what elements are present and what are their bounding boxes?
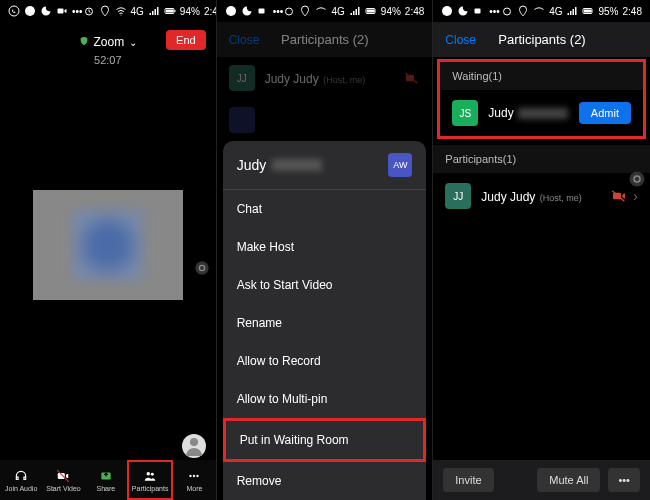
svg-rect-24 xyxy=(406,75,414,82)
svg-rect-30 xyxy=(584,10,592,13)
end-button[interactable]: End xyxy=(166,30,206,50)
more-button[interactable]: ••• xyxy=(608,468,640,492)
panel-header: Close Participants (2) xyxy=(217,22,433,57)
wifi-icon xyxy=(533,5,545,17)
nav-join-audio[interactable]: Join Audio xyxy=(0,460,42,500)
menu-make-host[interactable]: Make Host xyxy=(223,228,427,266)
headphones-icon xyxy=(14,469,28,483)
network-label: 4G xyxy=(131,6,144,17)
camera-switch-icon[interactable] xyxy=(194,260,210,276)
svg-point-16 xyxy=(190,474,192,476)
waiting-row[interactable]: JS Judy Admit xyxy=(440,90,643,136)
waiting-name: Judy xyxy=(488,106,513,120)
svg-point-15 xyxy=(151,472,154,475)
meeting-timer: 52:07 xyxy=(0,54,216,66)
svg-point-17 xyxy=(193,474,195,476)
menu-allow-record[interactable]: Allow to Record xyxy=(223,342,427,380)
screen-participant-menu: ••• 4G 94% 2:48 Close Participants (2) J… xyxy=(217,0,434,500)
location-icon xyxy=(299,5,311,17)
participant-row[interactable]: JJ Judy Judy (Host, me) xyxy=(217,57,433,99)
meeting-title[interactable]: Zoom xyxy=(93,35,124,49)
svg-point-10 xyxy=(190,438,198,446)
menu-ask-video[interactable]: Ask to Start Video xyxy=(223,266,427,304)
svg-rect-20 xyxy=(258,9,264,14)
participant-role: (Host, me) xyxy=(323,75,365,85)
nav-label: Join Audio xyxy=(5,485,37,492)
nav-share[interactable]: Share xyxy=(85,460,127,500)
battery-pct: 94% xyxy=(381,6,401,17)
invite-button[interactable]: Invite xyxy=(443,468,493,492)
svg-point-0 xyxy=(9,6,19,16)
participant-row[interactable]: JJ Judy Judy (Host, me) › xyxy=(433,173,650,219)
screen-meeting-main: ••• 4G 94% 2:47 Zoom ⌄ 52:07 End Join Au… xyxy=(0,0,217,500)
bottom-bar: Invite Mute All ••• xyxy=(433,460,650,500)
context-name: Judy xyxy=(237,157,267,173)
participant-row[interactable] xyxy=(217,99,433,141)
moon-icon xyxy=(40,5,52,17)
clock: 2:48 xyxy=(623,6,642,17)
menu-remove[interactable]: Remove xyxy=(223,462,427,500)
status-bar: ••• 4G 95% 2:48 xyxy=(433,0,650,22)
signal-icon xyxy=(349,5,361,17)
battery-icon xyxy=(365,5,377,17)
nav-more[interactable]: More xyxy=(173,460,215,500)
video-icon xyxy=(473,5,485,17)
panel-title: Participants (2) xyxy=(476,32,608,47)
video-tile[interactable] xyxy=(33,190,183,300)
chevron-right-icon: › xyxy=(633,188,638,204)
wifi-icon xyxy=(315,5,327,17)
participant-name: Judy Judy xyxy=(265,72,319,86)
menu-waiting-room[interactable]: Put in Waiting Room xyxy=(223,418,427,462)
meeting-header: Zoom ⌄ 52:07 End xyxy=(0,22,216,76)
status-bar: ••• 4G 94% 2:48 xyxy=(217,0,433,22)
nav-start-video[interactable]: Start Video xyxy=(42,460,84,500)
messenger-icon xyxy=(441,5,453,17)
alarm-icon xyxy=(501,5,513,17)
battery-pct: 95% xyxy=(598,6,618,17)
nav-label: More xyxy=(187,485,203,492)
wifi-icon xyxy=(115,5,127,17)
participants-icon xyxy=(143,469,157,483)
avatar: AW xyxy=(388,153,412,177)
svg-rect-2 xyxy=(58,9,64,14)
svg-rect-31 xyxy=(613,193,621,200)
svg-point-33 xyxy=(629,172,644,187)
participant-role: (Host, me) xyxy=(540,193,582,203)
svg-rect-27 xyxy=(475,9,481,14)
redacted-text xyxy=(518,108,568,119)
alarm-icon xyxy=(83,5,95,17)
screen-participants-waiting: ••• 4G 95% 2:48 Close Participants (2) W… xyxy=(433,0,650,500)
svg-point-19 xyxy=(226,6,236,16)
shield-icon xyxy=(79,36,89,46)
context-header: Judy AW xyxy=(223,141,427,190)
more-icon xyxy=(187,469,201,483)
camera-switch-icon[interactable] xyxy=(628,170,646,188)
waiting-section-highlight: Waiting(1) JS Judy Admit xyxy=(437,59,646,139)
menu-allow-multipin[interactable]: Allow to Multi-pin xyxy=(223,380,427,418)
participant-name: Judy Judy xyxy=(481,190,535,204)
admit-button[interactable]: Admit xyxy=(579,102,631,124)
mute-all-button[interactable]: Mute All xyxy=(537,468,600,492)
svg-point-4 xyxy=(120,15,121,16)
svg-point-1 xyxy=(25,6,35,16)
avatar: JJ xyxy=(229,65,255,91)
self-avatar[interactable] xyxy=(182,434,206,458)
panel-title: Participants (2) xyxy=(259,32,390,47)
close-button[interactable]: Close xyxy=(445,33,476,47)
avatar xyxy=(229,107,255,133)
nav-label: Share xyxy=(96,485,115,492)
messenger-icon xyxy=(225,5,237,17)
moon-icon xyxy=(241,5,253,17)
waiting-label: Waiting(1) xyxy=(440,62,643,90)
battery-icon xyxy=(582,5,594,17)
menu-rename[interactable]: Rename xyxy=(223,304,427,342)
network-label: 4G xyxy=(331,6,344,17)
nav-participants[interactable]: Participants xyxy=(127,460,173,500)
redacted-text xyxy=(272,159,322,171)
close-button[interactable]: Close xyxy=(229,33,260,47)
context-menu: Judy AW Chat Make Host Ask to Start Vide… xyxy=(223,141,427,500)
video-off-icon xyxy=(56,469,70,483)
menu-chat[interactable]: Chat xyxy=(223,190,427,228)
signal-icon xyxy=(148,5,160,17)
network-label: 4G xyxy=(549,6,562,17)
